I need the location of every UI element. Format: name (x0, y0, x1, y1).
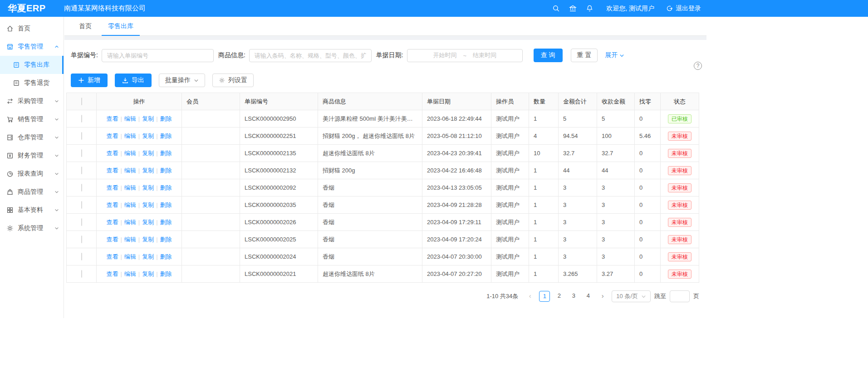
copy-link[interactable]: 复制 (142, 253, 154, 260)
view-link[interactable]: 查看 (106, 133, 118, 139)
delete-link[interactable]: 删除 (160, 133, 172, 139)
export-button[interactable]: 导出 (115, 74, 152, 87)
sidebar-item-group-9[interactable]: 系统管理 (0, 219, 64, 237)
view-link[interactable]: 查看 (106, 115, 118, 122)
delete-link[interactable]: 删除 (160, 253, 172, 260)
column-settings-button[interactable]: 列设置 (212, 74, 254, 87)
edit-link[interactable]: 编辑 (124, 270, 136, 277)
row-checkbox[interactable] (81, 184, 82, 192)
copy-link[interactable]: 复制 (142, 167, 154, 174)
row-actions-cell: 查看|编辑|复制|删除 (97, 110, 182, 128)
delete-link[interactable]: 删除 (160, 270, 172, 277)
next-page-button[interactable]: › (597, 291, 608, 302)
sidebar-item-group-2[interactable]: 采购管理 (0, 92, 64, 110)
edit-link[interactable]: 编辑 (124, 219, 136, 226)
copy-link[interactable]: 复制 (142, 115, 154, 122)
select-all-checkbox[interactable] (81, 98, 82, 105)
expand-filters-link[interactable]: 展开 (605, 51, 624, 59)
sidebar-item-group-6[interactable]: 报表查询 (0, 165, 64, 183)
view-link[interactable]: 查看 (106, 253, 118, 260)
search-button[interactable]: 查 询 (534, 49, 563, 62)
row-actions-cell: 查看|编辑|复制|删除 (97, 214, 182, 231)
tab-1[interactable]: 零售出库 (100, 17, 142, 35)
copy-link[interactable]: 复制 (142, 133, 154, 139)
view-link[interactable]: 查看 (106, 236, 118, 243)
goods-info-input[interactable] (249, 49, 372, 62)
edit-link[interactable]: 编辑 (124, 115, 136, 122)
expand-label: 展开 (605, 51, 618, 59)
add-button[interactable]: 新增 (71, 74, 108, 87)
edit-link[interactable]: 编辑 (124, 133, 136, 139)
row-checkbox[interactable] (81, 149, 82, 157)
view-link[interactable]: 查看 (106, 167, 118, 174)
help-icon[interactable]: ? (694, 62, 702, 70)
sidebar-item-home[interactable]: 首页 (0, 20, 64, 38)
order-no-input[interactable] (102, 49, 214, 62)
delete-link[interactable]: 删除 (160, 167, 172, 174)
row-checkbox[interactable] (81, 253, 82, 260)
copy-link[interactable]: 复制 (142, 184, 154, 191)
copy-link[interactable]: 复制 (142, 219, 154, 226)
sidebar-item-group-7[interactable]: 商品管理 (0, 183, 64, 201)
copy-link[interactable]: 复制 (142, 150, 154, 157)
delete-link[interactable]: 删除 (160, 201, 172, 208)
delete-link[interactable]: 删除 (160, 184, 172, 191)
logout-label: 退出登录 (676, 5, 701, 13)
cell-order-no: LSCK00000002950 (240, 110, 318, 128)
date-range-picker[interactable]: 开始时间 ~ 结束时间 (407, 49, 523, 62)
row-checkbox[interactable] (81, 218, 82, 226)
tab-label: 零售出库 (108, 22, 133, 30)
sidebar-item-group-3[interactable]: 销售管理 (0, 110, 64, 128)
view-link[interactable]: 查看 (106, 150, 118, 157)
cell-qty: 1 (529, 196, 559, 214)
delete-link[interactable]: 删除 (160, 115, 172, 122)
copy-link[interactable]: 复制 (142, 270, 154, 277)
copy-link[interactable]: 复制 (142, 236, 154, 243)
page-button-1[interactable]: 1 (539, 291, 550, 302)
sidebar-subitem-1-0[interactable]: 零售出库 (0, 56, 64, 74)
cell-operator: 测试用户 (491, 128, 529, 145)
batch-operations-button[interactable]: 批量操作 (159, 74, 205, 87)
view-link[interactable]: 查看 (106, 270, 118, 277)
edit-link[interactable]: 编辑 (124, 184, 136, 191)
edit-link[interactable]: 编辑 (124, 253, 136, 260)
tab-0[interactable]: 首页 (71, 17, 100, 35)
jump-page-input[interactable] (670, 290, 690, 302)
page-button-2[interactable]: 2 (554, 291, 564, 302)
page-size-select[interactable]: 10 条/页 (612, 290, 651, 302)
page-button-4[interactable]: 4 (583, 291, 593, 302)
row-actions-cell: 查看|编辑|复制|删除 (97, 248, 182, 265)
logout-button[interactable]: 退出登录 (666, 5, 701, 13)
search-icon[interactable] (552, 5, 560, 12)
notification-bell-icon[interactable] (586, 5, 593, 12)
sidebar-item-group-1[interactable]: 零售管理 (0, 38, 64, 56)
view-link[interactable]: 查看 (106, 219, 118, 226)
cell-date: 2023-05-08 21:12:10 (422, 128, 491, 145)
row-checkbox[interactable] (81, 270, 82, 278)
delete-link[interactable]: 删除 (160, 219, 172, 226)
select-all-header-cell (67, 93, 97, 110)
sidebar-item-group-5[interactable]: 财务管理 (0, 147, 64, 165)
sidebar-item-group-8[interactable]: 基本资料 (0, 201, 64, 219)
row-checkbox[interactable] (81, 167, 82, 174)
prev-page-button[interactable]: ‹ (525, 291, 535, 302)
edit-link[interactable]: 编辑 (124, 150, 136, 157)
row-checkbox[interactable] (81, 115, 82, 123)
row-checkbox[interactable] (81, 201, 82, 209)
bank-icon[interactable] (569, 5, 577, 12)
delete-link[interactable]: 删除 (160, 150, 172, 157)
edit-link[interactable]: 编辑 (124, 167, 136, 174)
view-link[interactable]: 查看 (106, 201, 118, 208)
row-checkbox[interactable] (81, 132, 82, 140)
sidebar-subitem-1-1[interactable]: 零售退货 (0, 74, 64, 92)
edit-link[interactable]: 编辑 (124, 201, 136, 208)
finance-icon (6, 152, 14, 159)
reset-button[interactable]: 重 置 (571, 49, 598, 62)
page-button-3[interactable]: 3 (568, 291, 579, 302)
row-checkbox[interactable] (81, 236, 82, 243)
view-link[interactable]: 查看 (106, 184, 118, 191)
sidebar-item-group-4[interactable]: 仓库管理 (0, 128, 64, 147)
delete-link[interactable]: 删除 (160, 236, 172, 243)
copy-link[interactable]: 复制 (142, 201, 154, 208)
edit-link[interactable]: 编辑 (124, 236, 136, 243)
